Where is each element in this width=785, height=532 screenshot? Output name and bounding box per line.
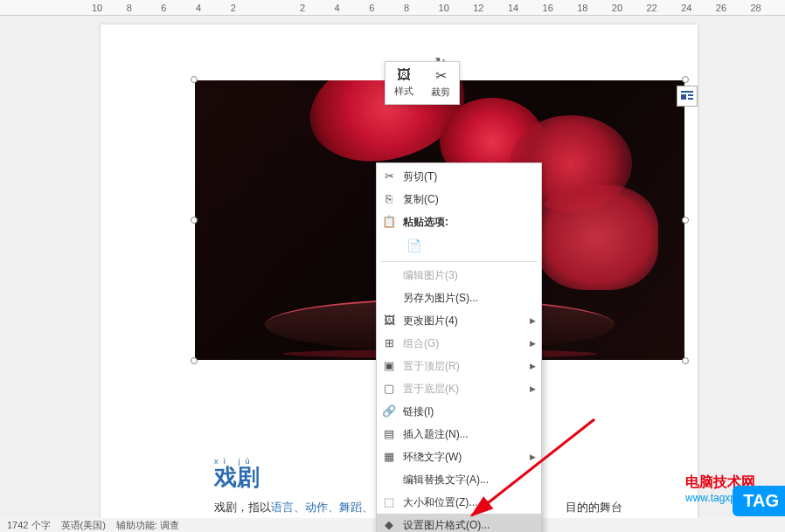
menu-cut[interactable]: ✂ 剪切(T) xyxy=(377,165,541,188)
ruler-mark: 8 xyxy=(404,3,439,13)
change-picture-icon: 🖼 xyxy=(382,314,396,328)
menu-change-picture[interactable]: 🖼 更改图片(4) ▶ xyxy=(377,309,541,332)
svg-rect-3 xyxy=(688,98,693,100)
menu-insert-caption[interactable]: ▤ 插入题注(N)... xyxy=(377,423,541,446)
horizontal-ruler: 10 8 6 4 2 2 4 6 8 10 12 14 16 18 20 22 … xyxy=(0,0,785,16)
ruler-mark: 14 xyxy=(508,3,543,13)
language-status[interactable]: 英语(美国) xyxy=(61,519,106,532)
picture-context-menu: ✂ 剪切(T) ⎘ 复制(C) 📋 粘贴选项: 📄 编辑图片(3) 另存为图片(… xyxy=(376,162,542,532)
ruler-mark: 26 xyxy=(716,3,751,13)
menu-edit-alt-text[interactable]: 编辑替换文字(A)... xyxy=(377,468,541,491)
menu-copy[interactable]: ⎘ 复制(C) xyxy=(377,188,541,211)
resize-handle-bottom-right[interactable] xyxy=(682,357,689,364)
picture-style-icon: 🖼 xyxy=(394,67,413,83)
copy-icon: ⎘ xyxy=(382,192,396,206)
crop-icon: ✂ xyxy=(431,67,450,84)
resize-handle-middle-left[interactable] xyxy=(191,217,198,224)
menu-send-to-back: ▢ 置于底层(K) ▶ xyxy=(377,377,541,400)
paste-options-row: 📄 xyxy=(377,233,541,259)
send-back-icon: ▢ xyxy=(382,382,396,396)
ruler-mark: 2 xyxy=(231,3,266,13)
word-count[interactable]: 1742 个字 xyxy=(7,519,51,532)
menu-separator xyxy=(380,261,538,262)
submenu-arrow-icon: ▶ xyxy=(530,335,536,351)
submenu-arrow-icon: ▶ xyxy=(530,313,536,328)
ruler-mark: 22 xyxy=(647,3,682,13)
ruler-mark: 12 xyxy=(473,3,508,13)
menu-edit-picture: 编辑图片(3) xyxy=(377,264,541,287)
wrap-text-icon: ▦ xyxy=(382,450,396,464)
ruler-mark: 18 xyxy=(577,3,612,13)
menu-size-position[interactable]: ⬚ 大小和位置(Z)... xyxy=(377,491,541,514)
paste-keep-formatting-button[interactable]: 📄 xyxy=(403,235,424,256)
paste-icon: 📋 xyxy=(382,215,396,229)
ruler-mark: 6 xyxy=(161,3,196,13)
menu-bring-to-front: ▣ 置于顶层(R) ▶ xyxy=(377,355,541,377)
ruler-mark: 10 xyxy=(92,3,127,13)
caption-icon: ▤ xyxy=(382,427,396,441)
menu-link[interactable]: 🔗 链接(I) xyxy=(377,400,541,423)
menu-save-as-picture[interactable]: 另存为图片(S)... xyxy=(377,287,541,309)
tag-badge: TAG xyxy=(733,486,785,516)
ruler-mark: 20 xyxy=(612,3,647,13)
menu-group: ⊞ 组合(G) ▶ xyxy=(377,332,541,355)
svg-rect-1 xyxy=(681,94,686,100)
group-icon: ⊞ xyxy=(382,336,396,350)
menu-wrap-text[interactable]: ▦ 环绕文字(W) ▶ xyxy=(377,446,541,468)
ruler-mark: 4 xyxy=(196,3,231,13)
menu-paste-options-label: 📋 粘贴选项: xyxy=(377,211,541,233)
ruler-mark: 16 xyxy=(543,3,578,13)
layout-options-button[interactable] xyxy=(677,86,698,107)
bring-front-icon: ▣ xyxy=(382,359,396,373)
hyperlink-text[interactable]: 语言、动作、舞蹈、 xyxy=(271,501,373,514)
resize-handle-bottom-left[interactable] xyxy=(191,357,198,364)
submenu-arrow-icon: ▶ xyxy=(530,358,536,374)
link-icon: 🔗 xyxy=(382,404,396,418)
format-picture-icon: ◆ xyxy=(382,518,396,532)
ruler-mark: 10 xyxy=(439,3,474,13)
resize-handle-top-left[interactable] xyxy=(191,76,198,83)
crop-button[interactable]: ✂ 裁剪 xyxy=(422,62,459,104)
submenu-arrow-icon: ▶ xyxy=(530,449,536,465)
ruler-mark: 28 xyxy=(750,3,785,13)
ruler-mark: 2 xyxy=(300,3,335,13)
menu-format-picture[interactable]: ◆ 设置图片格式(O)... xyxy=(377,514,541,532)
size-position-icon: ⬚ xyxy=(382,495,396,509)
picture-mini-toolbar: 🖼 样式 ✂ 裁剪 xyxy=(385,61,460,105)
ruler-mark: 6 xyxy=(369,3,404,13)
document-heading: 戏剧 xyxy=(214,464,260,490)
cut-icon: ✂ xyxy=(382,169,396,183)
ruler-mark: 4 xyxy=(335,3,370,13)
ruler-mark: 24 xyxy=(681,3,716,13)
resize-handle-top-right[interactable] xyxy=(682,76,689,83)
svg-rect-0 xyxy=(681,91,693,93)
resize-handle-middle-right[interactable] xyxy=(682,217,689,224)
ruler-mark: 8 xyxy=(127,3,162,13)
svg-rect-2 xyxy=(688,94,693,96)
decorative-dancers xyxy=(536,185,658,290)
submenu-arrow-icon: ▶ xyxy=(530,381,536,397)
picture-style-button[interactable]: 🖼 样式 xyxy=(386,62,422,104)
accessibility-status[interactable]: 辅助功能: 调查 xyxy=(116,519,179,532)
